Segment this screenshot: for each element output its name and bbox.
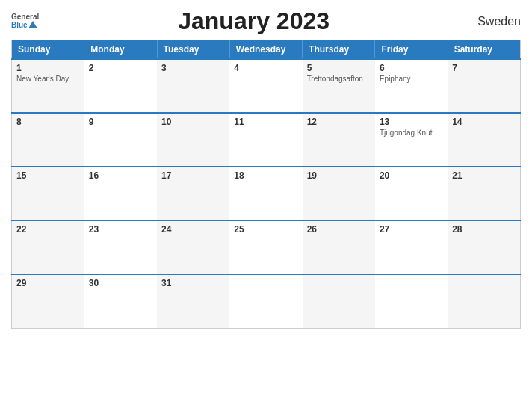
calendar-day-cell: 27 — [375, 220, 448, 274]
calendar-day-cell: 9 — [84, 113, 157, 167]
calendar-day-cell — [375, 274, 448, 328]
col-wednesday: Wednesday — [229, 40, 302, 60]
day-number: 4 — [234, 63, 297, 73]
day-number: 10 — [161, 117, 225, 127]
calendar-day-cell: 1New Year's Day — [12, 59, 84, 113]
logo-blue: Blue — [11, 21, 39, 29]
day-number: 24 — [161, 224, 225, 235]
calendar-day-cell: 8 — [12, 113, 84, 167]
day-event: New Year's Day — [16, 75, 80, 83]
day-number: 25 — [234, 224, 297, 235]
day-number: 3 — [161, 63, 225, 73]
day-number: 27 — [380, 224, 443, 235]
calendar-week-row: 8910111213Tjugondag Knut14 — [12, 113, 521, 167]
day-number: 29 — [16, 278, 80, 288]
calendar-day-cell: 30 — [84, 274, 157, 328]
day-event: Trettondagsafton — [307, 75, 371, 83]
day-number: 30 — [89, 278, 152, 288]
day-number: 28 — [452, 224, 516, 235]
day-number: 26 — [307, 224, 371, 235]
calendar-day-cell: 16 — [84, 167, 157, 220]
calendar-day-cell — [229, 274, 302, 328]
day-number: 14 — [452, 117, 516, 127]
calendar-title: January 2023 — [39, 7, 468, 35]
calendar-day-cell: 25 — [229, 220, 302, 274]
day-number: 2 — [89, 63, 152, 73]
calendar-day-cell: 20 — [375, 167, 448, 220]
calendar-day-cell: 15 — [12, 167, 84, 220]
calendar-header: General Blue January 2023 Sweden — [11, 7, 521, 35]
day-number: 17 — [161, 170, 225, 181]
calendar-day-cell: 11 — [229, 113, 302, 167]
col-sunday: Sunday — [12, 40, 84, 60]
day-number: 22 — [16, 224, 80, 235]
calendar-day-cell: 19 — [303, 167, 375, 220]
day-number: 21 — [452, 170, 516, 181]
calendar-day-cell: 7 — [448, 59, 520, 113]
day-event: Tjugondag Knut — [380, 129, 443, 137]
col-saturday: Saturday — [448, 40, 520, 60]
day-number: 13 — [380, 117, 443, 127]
logo: General Blue — [11, 13, 39, 29]
calendar-day-cell: 3 — [157, 59, 229, 113]
day-number: 1 — [16, 63, 80, 73]
country-label: Sweden — [468, 15, 521, 28]
calendar-day-cell: 13Tjugondag Knut — [375, 113, 448, 167]
calendar-day-cell: 29 — [12, 274, 84, 328]
day-number: 8 — [16, 117, 80, 127]
day-number: 12 — [307, 117, 371, 127]
day-number: 7 — [452, 63, 516, 73]
day-number: 15 — [16, 170, 80, 181]
day-number: 9 — [89, 117, 152, 127]
calendar-week-row: 293031 — [12, 274, 521, 328]
calendar-week-row: 15161718192021 — [12, 167, 521, 220]
day-number: 11 — [234, 117, 297, 127]
calendar-day-cell: 28 — [448, 220, 520, 274]
col-thursday: Thursday — [303, 40, 375, 60]
calendar-day-cell: 23 — [84, 220, 157, 274]
calendar-body: 1New Year's Day2345Trettondagsafton6Epip… — [12, 59, 521, 328]
calendar-day-cell: 18 — [229, 167, 302, 220]
logo-general: General — [11, 13, 39, 21]
calendar-day-cell: 17 — [157, 167, 229, 220]
day-number: 5 — [307, 63, 371, 73]
day-number: 6 — [380, 63, 443, 73]
day-number: 23 — [89, 224, 152, 235]
calendar-day-cell: 5Trettondagsafton — [303, 59, 375, 113]
day-number: 18 — [234, 170, 297, 181]
day-number: 19 — [307, 170, 371, 181]
col-tuesday: Tuesday — [157, 40, 229, 60]
calendar-page: General Blue January 2023 Sweden Sunday … — [0, 0, 532, 411]
day-number: 31 — [161, 278, 225, 288]
logo-text: General Blue — [11, 13, 39, 29]
calendar-day-cell — [448, 274, 520, 328]
calendar-day-cell: 12 — [303, 113, 375, 167]
calendar-week-row: 1New Year's Day2345Trettondagsafton6Epip… — [12, 59, 521, 113]
calendar-day-cell: 31 — [157, 274, 229, 328]
calendar-header-row: Sunday Monday Tuesday Wednesday Thursday… — [12, 40, 521, 60]
day-number: 20 — [380, 170, 443, 181]
col-monday: Monday — [84, 40, 157, 60]
calendar-day-cell: 24 — [157, 220, 229, 274]
calendar-day-cell: 22 — [12, 220, 84, 274]
calendar-table: Sunday Monday Tuesday Wednesday Thursday… — [11, 40, 521, 329]
calendar-day-cell: 2 — [84, 59, 157, 113]
calendar-day-cell: 10 — [157, 113, 229, 167]
calendar-day-cell: 26 — [303, 220, 375, 274]
calendar-day-cell — [303, 274, 375, 328]
calendar-day-cell: 6Epiphany — [375, 59, 448, 113]
logo-blue-text: Blue — [11, 21, 28, 29]
calendar-week-row: 22232425262728 — [12, 220, 521, 274]
calendar-day-cell: 4 — [229, 59, 302, 113]
day-number: 16 — [89, 170, 152, 181]
logo-triangle-icon — [28, 21, 37, 28]
calendar-day-cell: 14 — [448, 113, 520, 167]
day-event: Epiphany — [380, 75, 443, 83]
col-friday: Friday — [375, 40, 448, 60]
weekday-header-row: Sunday Monday Tuesday Wednesday Thursday… — [12, 40, 521, 60]
calendar-day-cell: 21 — [448, 167, 520, 220]
